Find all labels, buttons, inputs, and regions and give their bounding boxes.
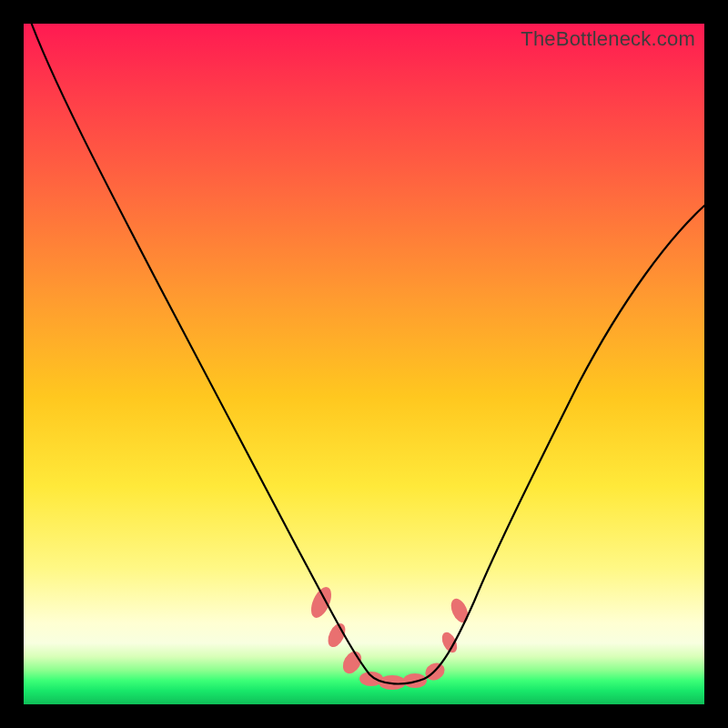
bottleneck-curve — [24, 24, 704, 704]
svg-point-5 — [403, 673, 427, 688]
curve-markers — [307, 584, 471, 690]
chart-frame: TheBottleneck.com — [0, 0, 728, 728]
svg-point-8 — [448, 596, 471, 625]
svg-point-0 — [307, 584, 335, 621]
plot-area: TheBottleneck.com — [24, 24, 704, 704]
curve-path — [28, 15, 704, 683]
